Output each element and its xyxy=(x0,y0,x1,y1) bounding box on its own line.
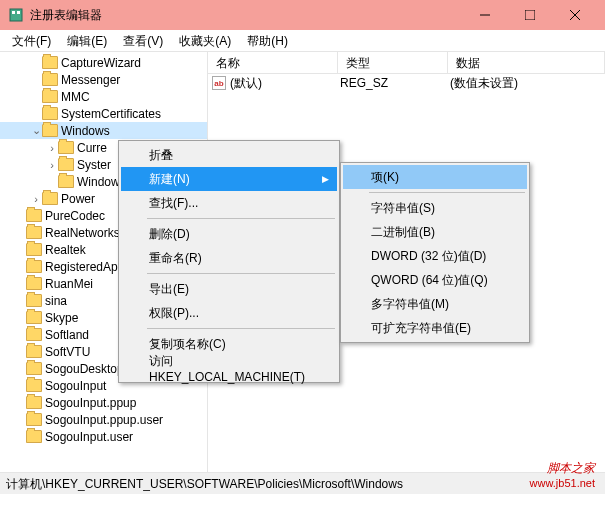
tree-item[interactable]: SogouInput.ppup.user xyxy=(0,411,207,428)
folder-icon xyxy=(26,362,42,375)
folder-icon xyxy=(26,345,42,358)
maximize-button[interactable] xyxy=(507,0,552,30)
col-type[interactable]: 类型 xyxy=(338,52,448,73)
folder-icon xyxy=(26,311,42,324)
menu-item[interactable]: 删除(D) xyxy=(121,222,337,246)
tree-label: Realtek xyxy=(45,243,86,257)
tree-label: SogouInput xyxy=(45,379,106,393)
menu-item[interactable]: 可扩充字符串值(E) xyxy=(343,316,527,340)
tree-label: Windows xyxy=(61,124,110,138)
value-name: (默认) xyxy=(230,75,340,92)
col-name[interactable]: 名称 xyxy=(208,52,338,73)
folder-icon xyxy=(42,56,58,69)
watermark-text: 脚本之家 xyxy=(530,460,595,477)
menu-view[interactable]: 查看(V) xyxy=(115,30,171,51)
tree-label: SystemCertificates xyxy=(61,107,161,121)
col-data[interactable]: 数据 xyxy=(448,52,605,73)
menu-item[interactable]: 二进制值(B) xyxy=(343,220,527,244)
menu-item-label: 新建(N) xyxy=(149,171,190,188)
expand-icon[interactable]: ⌄ xyxy=(30,124,42,137)
svg-rect-4 xyxy=(525,10,535,20)
menu-separator xyxy=(147,273,335,274)
title-bar: 注册表编辑器 xyxy=(0,0,605,30)
folder-icon xyxy=(26,209,42,222)
tree-label: Syster xyxy=(77,158,111,172)
context-menu[interactable]: 折叠新建(N)▶查找(F)...删除(D)重命名(R)导出(E)权限(P)...… xyxy=(118,140,340,383)
menu-item-label: 折叠 xyxy=(149,147,173,164)
tree-item[interactable]: ⌄Windows xyxy=(0,122,207,139)
menu-item[interactable]: 多字符串值(M) xyxy=(343,292,527,316)
menu-item[interactable]: 访问 HKEY_LOCAL_MACHINE(T) xyxy=(121,356,337,380)
folder-icon xyxy=(42,73,58,86)
tree-item[interactable]: Messenger xyxy=(0,71,207,88)
watermark-url: www.jb51.net xyxy=(530,477,595,489)
folder-icon xyxy=(26,328,42,341)
menu-item-label: 二进制值(B) xyxy=(371,224,435,241)
menu-item[interactable]: 重命名(R) xyxy=(121,246,337,270)
menu-item-label: 多字符串值(M) xyxy=(371,296,449,313)
tree-label: PureCodec xyxy=(45,209,105,223)
list-row[interactable]: ab (默认) REG_SZ (数值未设置) xyxy=(208,74,605,92)
tree-label: CaptureWizard xyxy=(61,56,141,70)
tree-label: Curre xyxy=(77,141,107,155)
tree-label: SogouInput.ppup.user xyxy=(45,413,163,427)
folder-icon xyxy=(26,379,42,392)
menu-item[interactable]: 项(K) xyxy=(343,165,527,189)
tree-label: RealNetworks xyxy=(45,226,120,240)
tree-label: RegisteredAppl xyxy=(45,260,127,274)
tree-label: Power xyxy=(61,192,95,206)
menu-separator xyxy=(369,192,525,193)
menu-edit[interactable]: 编辑(E) xyxy=(59,30,115,51)
menu-file[interactable]: 文件(F) xyxy=(4,30,59,51)
expand-icon[interactable]: › xyxy=(46,142,58,154)
menu-item-label: 字符串值(S) xyxy=(371,200,435,217)
folder-icon xyxy=(26,260,42,273)
menu-help[interactable]: 帮助(H) xyxy=(239,30,296,51)
close-button[interactable] xyxy=(552,0,597,30)
menu-item-label: 导出(E) xyxy=(149,281,189,298)
tree-item[interactable]: SystemCertificates xyxy=(0,105,207,122)
tree-label: Messenger xyxy=(61,73,120,87)
folder-icon xyxy=(26,430,42,443)
tree-item[interactable]: MMC xyxy=(0,88,207,105)
tree-item[interactable]: CaptureWizard xyxy=(0,54,207,71)
svg-rect-2 xyxy=(17,11,20,14)
menu-item-label: 项(K) xyxy=(371,169,399,186)
menu-item[interactable]: 查找(F)... xyxy=(121,191,337,215)
context-submenu-new[interactable]: 项(K)字符串值(S)二进制值(B)DWORD (32 位)值(D)QWORD … xyxy=(340,162,530,343)
expand-icon[interactable]: › xyxy=(30,193,42,205)
menu-item-label: 访问 HKEY_LOCAL_MACHINE(T) xyxy=(149,353,307,384)
svg-rect-0 xyxy=(10,9,22,21)
tree-item[interactable]: SogouInput.ppup xyxy=(0,394,207,411)
status-bar: 计算机\HKEY_CURRENT_USER\SOFTWARE\Policies\… xyxy=(0,472,605,494)
menu-favorites[interactable]: 收藏夹(A) xyxy=(171,30,239,51)
menu-item[interactable]: 字符串值(S) xyxy=(343,196,527,220)
menu-item[interactable]: 新建(N)▶ xyxy=(121,167,337,191)
folder-icon xyxy=(26,396,42,409)
folder-icon xyxy=(58,158,74,171)
menu-item[interactable]: 权限(P)... xyxy=(121,301,337,325)
menu-item[interactable]: QWORD (64 位)值(Q) xyxy=(343,268,527,292)
expand-icon[interactable]: › xyxy=(46,159,58,171)
tree-label: Softland xyxy=(45,328,89,342)
folder-icon xyxy=(26,243,42,256)
tree-item[interactable]: SogouInput.user xyxy=(0,428,207,445)
watermark: 脚本之家 www.jb51.net xyxy=(530,460,595,489)
menu-bar: 文件(F) 编辑(E) 查看(V) 收藏夹(A) 帮助(H) xyxy=(0,30,605,52)
tree-label: MMC xyxy=(61,90,90,104)
folder-icon xyxy=(26,226,42,239)
app-icon xyxy=(8,7,24,23)
submenu-arrow-icon: ▶ xyxy=(322,174,329,184)
menu-separator xyxy=(147,328,335,329)
tree-label: sina xyxy=(45,294,67,308)
folder-icon xyxy=(58,141,74,154)
menu-item-label: 删除(D) xyxy=(149,226,190,243)
menu-item[interactable]: 折叠 xyxy=(121,143,337,167)
svg-rect-1 xyxy=(12,11,15,14)
menu-item[interactable]: 导出(E) xyxy=(121,277,337,301)
value-data: (数值未设置) xyxy=(450,75,518,92)
minimize-button[interactable] xyxy=(462,0,507,30)
menu-item-label: 查找(F)... xyxy=(149,195,198,212)
tree-label: SogouInput.ppup xyxy=(45,396,136,410)
menu-item[interactable]: DWORD (32 位)值(D) xyxy=(343,244,527,268)
